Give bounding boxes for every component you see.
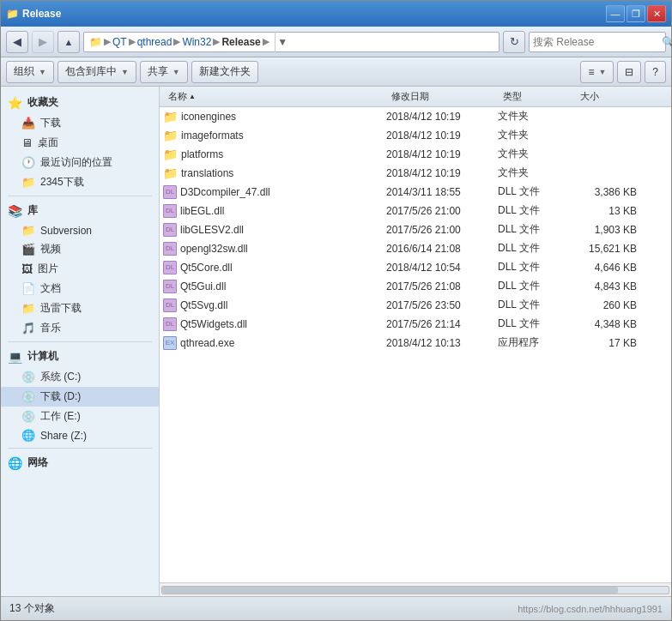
file-size: 1,903 KB xyxy=(575,224,644,236)
sidebar-header-network[interactable]: 🌐 网络 xyxy=(1,452,159,473)
col-header-type[interactable]: 类型 xyxy=(498,90,575,103)
toolbar: 组织 ▼ 包含到库中 ▼ 共享 ▼ 新建文件夹 ≡ ▼ ⊟ ? xyxy=(1,57,671,87)
file-size: 4,843 KB xyxy=(575,280,644,292)
sidebar: ⭐ 收藏夹 📥 下载 🖥 桌面 🕐 最近访问的位置 📁 2345下载 xyxy=(1,87,160,596)
path-qt[interactable]: QT xyxy=(112,36,127,48)
library-icon: 📚 xyxy=(8,204,22,218)
pane-button[interactable]: ⊟ xyxy=(617,61,641,83)
search-icon[interactable]: 🔍 xyxy=(662,36,672,48)
drive-d-icon: 💿 xyxy=(21,390,35,403)
table-row[interactable]: 📁 platforms 2018/4/12 10:19 文件夹 xyxy=(160,145,671,164)
sidebar-item-videos[interactable]: 🎬 视频 xyxy=(1,239,159,259)
file-date: 2014/3/11 18:55 xyxy=(386,186,498,198)
sidebar-item-drive-d[interactable]: 💿 下载 (D:) xyxy=(1,387,159,407)
sidebar-item-recent[interactable]: 🕐 最近访问的位置 xyxy=(1,153,159,172)
table-row[interactable]: DL opengl32sw.dll 2016/6/14 21:08 DLL 文件… xyxy=(160,239,671,258)
dll-icon: DL xyxy=(163,261,177,274)
sidebar-section-libraries: 📚 库 📁 Subversion 🎬 视频 🖼 图片 📄 文档 xyxy=(1,200,159,338)
desktop-icon: 🖥 xyxy=(21,136,33,149)
table-row[interactable]: DL Qt5Widgets.dll 2017/5/26 21:14 DLL 文件… xyxy=(160,315,671,334)
table-row[interactable]: EX qthread.exe 2018/4/12 10:13 应用程序 17 K… xyxy=(160,334,671,353)
sidebar-item-documents[interactable]: 📄 文档 xyxy=(1,279,159,298)
file-date: 2016/6/14 21:08 xyxy=(386,243,498,255)
folder-icon: 📁 xyxy=(163,129,178,142)
title-bar: 📁 Release — ❐ ✕ xyxy=(1,1,671,27)
music-icon: 🎵 xyxy=(21,322,35,335)
up-button[interactable]: ▲ xyxy=(58,31,80,53)
file-name: DL libEGL.dll xyxy=(163,204,386,218)
file-type: DLL 文件 xyxy=(498,203,575,218)
recent-icon: 🕐 xyxy=(21,156,35,169)
file-type: DLL 文件 xyxy=(498,222,575,237)
view-button[interactable]: ≡ ▼ xyxy=(580,61,614,83)
share-button[interactable]: 共享 ▼ xyxy=(140,61,188,83)
path-win32[interactable]: Win32 xyxy=(182,36,211,48)
table-row[interactable]: DL D3Dcompiler_47.dll 2014/3/11 18:55 DL… xyxy=(160,183,671,202)
table-row[interactable]: DL Qt5Gui.dll 2017/5/26 21:08 DLL 文件 4,8… xyxy=(160,277,671,296)
sidebar-section-network: 🌐 网络 xyxy=(1,452,159,473)
table-row[interactable]: DL Qt5Svg.dll 2017/5/26 23:50 DLL 文件 260… xyxy=(160,296,671,315)
file-list: 📁 iconengines 2018/4/12 10:19 文件夹 📁 imag… xyxy=(160,107,671,582)
table-row[interactable]: DL libGLESV2.dll 2017/5/26 21:00 DLL 文件 … xyxy=(160,220,671,239)
file-area: 名称 修改日期 类型 大小 📁 iconengines 2018/4/12 10… xyxy=(160,87,671,596)
sidebar-item-xunlei[interactable]: 📁 迅雷下载 xyxy=(1,298,159,318)
search-box: 🔍 xyxy=(529,32,666,52)
table-row[interactable]: 📁 imageformats 2018/4/12 10:19 文件夹 xyxy=(160,126,671,145)
sidebar-item-2345[interactable]: 📁 2345下载 xyxy=(1,172,159,192)
table-row[interactable]: 📁 translations 2018/4/12 10:19 文件夹 xyxy=(160,164,671,183)
sidebar-item-subversion[interactable]: 📁 Subversion xyxy=(1,221,159,239)
help-button[interactable]: ? xyxy=(645,61,666,83)
new-folder-button[interactable]: 新建文件夹 xyxy=(191,61,258,83)
sidebar-header-favorites[interactable]: ⭐ 收藏夹 xyxy=(1,92,159,113)
table-row[interactable]: DL libEGL.dll 2017/5/26 21:00 DLL 文件 13 … xyxy=(160,202,671,220)
close-button[interactable]: ✕ xyxy=(647,5,666,22)
file-size: 13 KB xyxy=(575,205,644,217)
file-name: 📁 platforms xyxy=(163,148,386,161)
col-header-date[interactable]: 修改日期 xyxy=(386,90,498,103)
file-date: 2017/5/26 21:14 xyxy=(386,318,498,330)
path-release[interactable]: Release xyxy=(221,36,260,48)
sidebar-item-pictures[interactable]: 🖼 图片 xyxy=(1,259,159,279)
dll-icon: DL xyxy=(163,185,177,199)
table-row[interactable]: DL Qt5Core.dll 2018/4/12 10:54 DLL 文件 4,… xyxy=(160,258,671,277)
include-library-button[interactable]: 包含到库中 ▼ xyxy=(58,61,136,83)
sidebar-item-drive-z[interactable]: 🌐 Share (Z:) xyxy=(1,426,159,444)
computer-icon: 💻 xyxy=(8,350,22,364)
sidebar-item-desktop[interactable]: 🖥 桌面 xyxy=(1,133,159,153)
restore-button[interactable]: ❐ xyxy=(627,5,645,22)
address-path[interactable]: 📁 ▶ QT ▶ qthread ▶ Win32 ▶ Release ▶ ▼ xyxy=(83,32,499,52)
sidebar-item-drive-c[interactable]: 💿 系统 (C:) xyxy=(1,367,159,387)
file-size: 260 KB xyxy=(575,299,644,311)
separator-3 xyxy=(8,448,152,449)
sidebar-header-computer[interactable]: 💻 计算机 xyxy=(1,346,159,367)
file-date: 2017/5/26 21:08 xyxy=(386,280,498,292)
organize-button[interactable]: 组织 ▼ xyxy=(6,61,54,83)
file-date: 2017/5/26 21:00 xyxy=(386,224,498,236)
refresh-button[interactable]: ↻ xyxy=(503,31,525,53)
search-input[interactable] xyxy=(533,36,662,48)
file-type: 应用程序 xyxy=(498,335,575,350)
path-dropdown-button[interactable]: ▼ xyxy=(275,32,290,52)
file-name: DL libGLESV2.dll xyxy=(163,223,386,237)
file-type: DLL 文件 xyxy=(498,298,575,312)
back-button[interactable]: ◀ xyxy=(6,31,28,53)
documents-icon: 📄 xyxy=(21,282,35,295)
table-row[interactable]: 📁 iconengines 2018/4/12 10:19 文件夹 xyxy=(160,107,671,126)
file-name: 📁 imageformats xyxy=(163,129,386,142)
minimize-button[interactable]: — xyxy=(606,5,625,22)
col-header-name[interactable]: 名称 xyxy=(163,90,386,103)
col-header-size[interactable]: 大小 xyxy=(575,90,644,103)
address-bar: ◀ ▶ ▲ 📁 ▶ QT ▶ qthread ▶ Win32 ▶ Release… xyxy=(1,27,671,57)
file-size: 15,621 KB xyxy=(575,243,644,255)
sidebar-item-music[interactable]: 🎵 音乐 xyxy=(1,318,159,338)
horizontal-scrollbar[interactable] xyxy=(160,582,671,596)
sidebar-header-libraries[interactable]: 📚 库 xyxy=(1,200,159,221)
drive-z-icon: 🌐 xyxy=(21,429,35,442)
sidebar-item-drive-e[interactable]: 💿 工作 (E:) xyxy=(1,407,159,426)
file-name: DL Qt5Gui.dll xyxy=(163,280,386,293)
download-icon: 📥 xyxy=(21,117,35,130)
file-type: DLL 文件 xyxy=(498,279,575,293)
sidebar-item-download[interactable]: 📥 下载 xyxy=(1,113,159,133)
forward-button[interactable]: ▶ xyxy=(32,31,54,53)
path-qthread[interactable]: qthread xyxy=(137,36,173,48)
